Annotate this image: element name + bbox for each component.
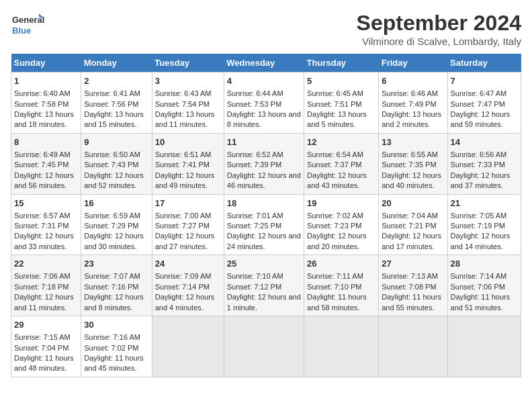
day-info-line: Sunrise: 6:41 AM bbox=[84, 89, 140, 97]
page-header: General Blue September 2024 Vilminore di… bbox=[11, 11, 521, 47]
day-info-line: Sunset: 7:27 PM bbox=[155, 222, 210, 230]
page-subtitle: Vilminore di Scalve, Lombardy, Italy bbox=[357, 36, 521, 47]
day-cell: 7Sunrise: 6:47 AMSunset: 7:47 PMDaylight… bbox=[447, 73, 521, 134]
day-info-line: Sunrise: 7:07 AM bbox=[84, 272, 140, 280]
day-cell: 25Sunrise: 7:10 AMSunset: 7:12 PMDayligh… bbox=[224, 255, 304, 316]
day-number: 25 bbox=[227, 258, 301, 270]
day-number: 20 bbox=[382, 197, 444, 210]
logo: General Blue bbox=[11, 11, 44, 39]
day-info-line: Daylight: 11 hours and 45 minutes. bbox=[84, 354, 144, 372]
day-info-line: Sunset: 7:43 PM bbox=[84, 161, 138, 169]
day-cell: 6Sunrise: 6:46 AMSunset: 7:49 PMDaylight… bbox=[379, 73, 447, 134]
day-info-line: Sunset: 7:29 PM bbox=[84, 222, 138, 230]
day-info-line: Sunset: 7:39 PM bbox=[227, 161, 281, 169]
day-info-line: Sunset: 7:47 PM bbox=[451, 100, 505, 108]
page-title: September 2024 bbox=[357, 11, 521, 36]
day-number: 6 bbox=[382, 75, 444, 87]
day-info-line: Daylight: 12 hours and 8 minutes. bbox=[84, 293, 144, 311]
day-number: 29 bbox=[14, 319, 78, 331]
day-info-line: Sunrise: 7:01 AM bbox=[227, 212, 283, 220]
day-cell: 3Sunrise: 6:43 AMSunset: 7:54 PMDaylight… bbox=[152, 73, 224, 134]
day-info-line: Sunset: 7:25 PM bbox=[227, 222, 281, 230]
day-cell: 28Sunrise: 7:14 AMSunset: 7:06 PMDayligh… bbox=[447, 255, 521, 316]
day-number: 4 bbox=[227, 75, 301, 87]
header-row: SundayMondayTuesdayWednesdayThursdayFrid… bbox=[11, 54, 521, 73]
day-info-line: Sunset: 7:53 PM bbox=[227, 100, 281, 108]
day-number: 8 bbox=[14, 136, 78, 148]
day-info-line: Sunrise: 7:14 AM bbox=[451, 272, 507, 280]
day-info-line: Sunset: 7:16 PM bbox=[84, 283, 138, 291]
day-cell bbox=[447, 316, 521, 377]
day-info-line: Sunset: 7:37 PM bbox=[307, 161, 361, 169]
day-info-line: Sunset: 7:51 PM bbox=[307, 100, 361, 108]
day-info-line: Sunset: 7:12 PM bbox=[227, 283, 281, 291]
day-info-line: Sunrise: 6:57 AM bbox=[14, 212, 71, 220]
header-cell-thursday: Thursday bbox=[304, 54, 379, 73]
day-info-line: Sunset: 7:54 PM bbox=[155, 100, 210, 108]
day-info-line: Sunset: 7:10 PM bbox=[307, 283, 361, 291]
header-cell-wednesday: Wednesday bbox=[224, 54, 304, 73]
header-cell-saturday: Saturday bbox=[447, 54, 521, 73]
day-cell bbox=[304, 316, 379, 377]
week-row-3: 15Sunrise: 6:57 AMSunset: 7:31 PMDayligh… bbox=[11, 194, 521, 255]
day-info-line: Sunset: 7:23 PM bbox=[307, 222, 361, 230]
day-info-line: Sunrise: 6:46 AM bbox=[382, 89, 438, 97]
day-info-line: Sunrise: 7:05 AM bbox=[451, 212, 507, 220]
day-info-line: Daylight: 12 hours and 59 minutes. bbox=[451, 110, 511, 128]
day-cell: 15Sunrise: 6:57 AMSunset: 7:31 PMDayligh… bbox=[11, 194, 81, 255]
day-number: 24 bbox=[155, 258, 221, 270]
day-cell: 19Sunrise: 7:02 AMSunset: 7:23 PMDayligh… bbox=[304, 194, 379, 255]
day-number: 9 bbox=[84, 136, 149, 148]
day-info-line: Daylight: 13 hours and 15 minutes. bbox=[84, 110, 144, 128]
day-info-line: Sunrise: 6:56 AM bbox=[451, 150, 507, 158]
day-number: 15 bbox=[14, 197, 78, 210]
day-cell: 5Sunrise: 6:45 AMSunset: 7:51 PMDaylight… bbox=[304, 73, 379, 134]
day-number: 16 bbox=[84, 197, 149, 210]
day-cell: 27Sunrise: 7:13 AMSunset: 7:08 PMDayligh… bbox=[379, 255, 447, 316]
day-info-line: Sunset: 7:08 PM bbox=[382, 283, 436, 291]
day-info-line: Daylight: 12 hours and 37 minutes. bbox=[451, 171, 511, 189]
day-info-line: Sunset: 7:56 PM bbox=[84, 100, 138, 108]
day-info-line: Sunset: 7:58 PM bbox=[14, 100, 69, 108]
day-info-line: Sunrise: 6:55 AM bbox=[382, 150, 438, 158]
week-row-5: 29Sunrise: 7:15 AMSunset: 7:04 PMDayligh… bbox=[11, 316, 521, 377]
day-info-line: Daylight: 13 hours and 18 minutes. bbox=[14, 110, 74, 128]
day-number: 2 bbox=[84, 75, 149, 87]
day-info-line: Sunset: 7:49 PM bbox=[382, 100, 436, 108]
day-info-line: Daylight: 12 hours and 17 minutes. bbox=[382, 232, 441, 250]
day-cell bbox=[379, 316, 447, 377]
day-info-line: Sunset: 7:18 PM bbox=[14, 283, 69, 291]
day-info-line: Sunset: 7:35 PM bbox=[382, 161, 436, 169]
day-number: 14 bbox=[451, 136, 518, 148]
calendar-header: SundayMondayTuesdayWednesdayThursdayFrid… bbox=[11, 54, 521, 73]
week-row-4: 22Sunrise: 7:06 AMSunset: 7:18 PMDayligh… bbox=[11, 255, 521, 316]
day-info-line: Daylight: 11 hours and 58 minutes. bbox=[307, 293, 367, 311]
day-number: 3 bbox=[155, 75, 221, 87]
day-number: 28 bbox=[451, 258, 518, 270]
day-info-line: Daylight: 12 hours and 27 minutes. bbox=[155, 232, 215, 250]
day-info-line: Daylight: 12 hours and 24 minutes. bbox=[227, 232, 301, 250]
day-cell: 8Sunrise: 6:49 AMSunset: 7:45 PMDaylight… bbox=[11, 133, 81, 194]
day-number: 10 bbox=[155, 136, 221, 148]
day-cell bbox=[152, 316, 224, 377]
day-info-line: Daylight: 12 hours and 40 minutes. bbox=[382, 171, 441, 189]
day-info-line: Daylight: 12 hours and 52 minutes. bbox=[84, 171, 144, 189]
day-number: 12 bbox=[307, 136, 375, 148]
day-info-line: Sunrise: 7:13 AM bbox=[382, 272, 438, 280]
day-cell: 24Sunrise: 7:09 AMSunset: 7:14 PMDayligh… bbox=[152, 255, 224, 316]
day-number: 13 bbox=[382, 136, 444, 148]
day-info-line: Sunrise: 6:40 AM bbox=[14, 89, 71, 97]
day-cell: 22Sunrise: 7:06 AMSunset: 7:18 PMDayligh… bbox=[11, 255, 81, 316]
day-cell: 30Sunrise: 7:16 AMSunset: 7:02 PMDayligh… bbox=[81, 316, 152, 377]
day-cell: 13Sunrise: 6:55 AMSunset: 7:35 PMDayligh… bbox=[379, 133, 447, 194]
day-info-line: Sunrise: 6:52 AM bbox=[227, 150, 283, 158]
day-number: 26 bbox=[307, 258, 375, 270]
day-info-line: Sunset: 7:33 PM bbox=[451, 161, 505, 169]
day-cell: 2Sunrise: 6:41 AMSunset: 7:56 PMDaylight… bbox=[81, 73, 152, 134]
day-number: 18 bbox=[227, 197, 301, 210]
header-cell-friday: Friday bbox=[379, 54, 447, 73]
day-info-line: Sunrise: 6:47 AM bbox=[451, 89, 507, 97]
day-info-line: Daylight: 12 hours and 43 minutes. bbox=[307, 171, 367, 189]
day-info-line: Sunset: 7:02 PM bbox=[84, 344, 138, 352]
day-info-line: Daylight: 12 hours and 4 minutes. bbox=[155, 293, 215, 311]
